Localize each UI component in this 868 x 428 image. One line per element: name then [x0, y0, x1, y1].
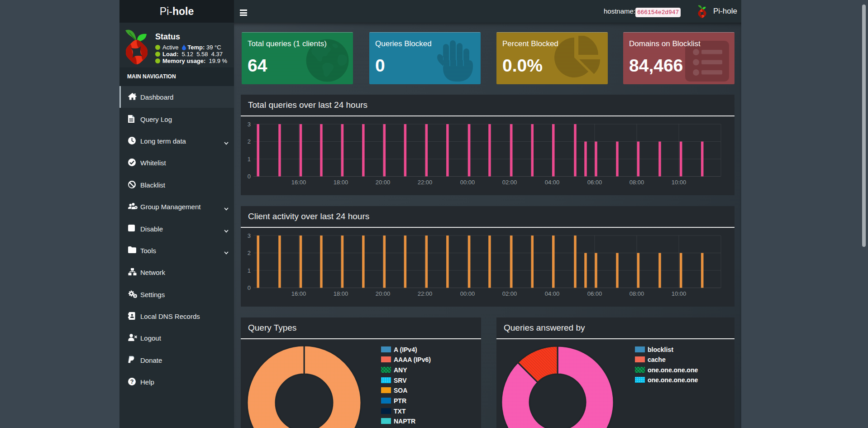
svg-text:02:00: 02:00	[502, 179, 517, 186]
svg-text:0: 0	[248, 284, 251, 291]
svg-text:3: 3	[248, 121, 251, 128]
svg-text:00:00: 00:00	[460, 290, 475, 297]
svg-text:2: 2	[248, 250, 251, 256]
svg-text:20:00: 20:00	[376, 290, 391, 297]
svg-text:04:00: 04:00	[545, 179, 560, 186]
svg-text:1: 1	[248, 267, 251, 274]
svg-text:22:00: 22:00	[418, 179, 433, 186]
svg-text:22:00: 22:00	[418, 290, 433, 297]
svg-text:00:00: 00:00	[460, 179, 475, 186]
svg-text:?: ?	[130, 379, 134, 385]
svg-text:1: 1	[248, 156, 251, 163]
svg-text:10:00: 10:00	[672, 179, 687, 186]
svg-text:18:00: 18:00	[334, 290, 348, 297]
svg-text:04:00: 04:00	[545, 290, 560, 297]
svg-text:10:00: 10:00	[672, 290, 687, 297]
svg-text:3: 3	[248, 232, 251, 239]
svg-text:08:00: 08:00	[630, 290, 644, 297]
svg-text:08:00: 08:00	[630, 179, 644, 186]
svg-text:16:00: 16:00	[291, 179, 306, 186]
svg-text:2: 2	[248, 138, 251, 145]
svg-text:06:00: 06:00	[587, 290, 602, 297]
svg-text:16:00: 16:00	[291, 290, 306, 297]
svg-text:20:00: 20:00	[376, 179, 391, 186]
svg-text:18:00: 18:00	[334, 179, 348, 186]
svg-text:0: 0	[248, 173, 251, 180]
svg-text:06:00: 06:00	[587, 179, 602, 186]
svg-text:02:00: 02:00	[502, 290, 517, 297]
